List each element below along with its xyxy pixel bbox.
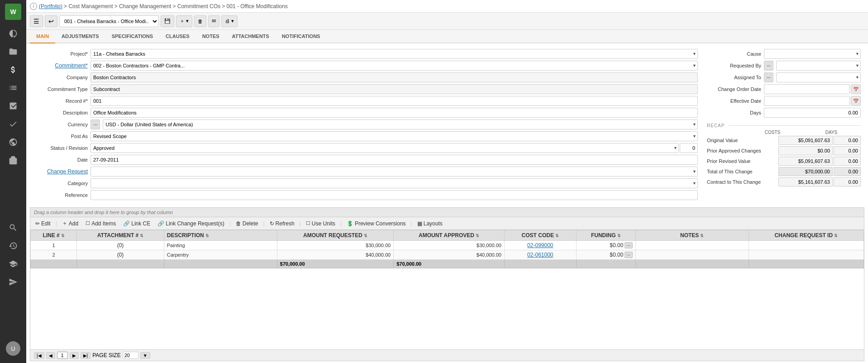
assigned-to-dots-btn[interactable]: ··· xyxy=(764,72,773,82)
category-select[interactable] xyxy=(91,178,698,188)
grid-refresh-btn[interactable]: ↻ Refresh xyxy=(267,220,297,228)
grid-link-ce-btn[interactable]: 🔗 Link CE xyxy=(121,220,153,228)
first-page-btn[interactable]: |◀ xyxy=(34,352,44,359)
page-size-dropdown-btn[interactable]: ▼ xyxy=(140,352,150,359)
currency-label: Currency xyxy=(33,122,88,127)
currency-select[interactable]: USD - Dollar (United States of America) xyxy=(103,119,698,129)
revision-input[interactable] xyxy=(680,143,698,153)
row-1-funding-dots-btn[interactable]: ··· xyxy=(625,242,633,248)
sidebar-learn[interactable] xyxy=(4,256,22,272)
tab-clauses[interactable]: CLAUSES xyxy=(159,30,196,43)
record-selector[interactable]: 001 - Chelsea Barracks - Office Modi... xyxy=(59,15,159,27)
description-sort-icon[interactable]: ⇅ xyxy=(205,234,209,238)
project-select[interactable]: 11a - Chelsea Barracks xyxy=(91,49,698,59)
grid-use-units-btn[interactable]: ☐ Use Units xyxy=(304,220,338,228)
amount-requested-sort-icon[interactable]: ⇅ xyxy=(364,234,367,238)
sidebar-item-projects[interactable] xyxy=(4,43,22,60)
prev-page-btn[interactable]: ◀ xyxy=(46,352,55,359)
sidebar-item-approval[interactable] xyxy=(4,116,22,132)
email-button[interactable]: ✉ xyxy=(208,15,219,27)
add-button[interactable]: ＋ ▾ xyxy=(176,15,192,27)
save-button[interactable]: 💾 xyxy=(161,15,174,27)
grid-add-items-btn[interactable]: ☐ Add Items xyxy=(83,220,118,228)
row-2-cost-code-link[interactable]: 02-061000 xyxy=(527,252,553,258)
sidebar-item-lists[interactable] xyxy=(4,80,22,96)
company-label: Company xyxy=(33,75,88,80)
page-size-input[interactable] xyxy=(123,352,138,359)
reference-input[interactable] xyxy=(91,190,698,200)
table-header-row: LINE # ⇅ ATTACHMENT # ⇅ DESCRIPTION ⇅ xyxy=(31,230,864,241)
tab-notifications[interactable]: NOTIFICATIONS xyxy=(276,30,327,43)
print-button[interactable]: 🖨 ▾ xyxy=(221,15,238,27)
line-no-sort-icon[interactable]: ⇅ xyxy=(61,234,65,238)
date-input[interactable] xyxy=(91,155,698,165)
recap-row-label-1: Prior Approved Changes xyxy=(707,148,778,153)
grid-container: Drag a column header and drop it here to… xyxy=(30,207,864,361)
assigned-to-select[interactable] xyxy=(776,72,861,82)
notes-sort-icon[interactable]: ⇅ xyxy=(700,234,704,238)
grid-link-change-btn[interactable]: 🔗 Link Change Request(s) xyxy=(155,220,226,228)
tab-specifications[interactable]: SPECIFICATIONS xyxy=(105,30,159,43)
recap-cols-header: COSTS DAYS xyxy=(707,130,861,135)
next-page-btn[interactable]: ▶ xyxy=(70,352,79,359)
tab-notes[interactable]: NOTES xyxy=(196,30,226,43)
cause-select-wrapper: ▼ xyxy=(764,49,861,59)
grid-layouts-btn[interactable]: ▦ Layouts xyxy=(415,220,445,228)
undo-button[interactable]: ↩ xyxy=(45,15,57,27)
page-size-label: PAGE SIZE xyxy=(92,352,120,358)
commitment-link[interactable]: Commitment* xyxy=(55,62,88,69)
sidebar-item-cost[interactable] xyxy=(4,62,22,78)
sidebar-history[interactable] xyxy=(4,238,22,254)
row-2-funding-dots-btn[interactable]: ··· xyxy=(625,252,633,258)
table-row[interactable]: 2 (0) Carpentry $40,000.00 $40,000.00 02… xyxy=(31,250,864,260)
record-input[interactable] xyxy=(91,96,698,106)
funding-sort-icon[interactable]: ⇅ xyxy=(617,234,621,238)
days-input[interactable] xyxy=(764,108,861,118)
tab-attachments[interactable]: ATTACHMENTS xyxy=(226,30,276,43)
breadcrumb-portfolio[interactable]: (Portfolio) xyxy=(39,3,62,10)
change-request-link[interactable]: Change Request xyxy=(47,168,88,175)
effective-date-input[interactable] xyxy=(764,96,850,106)
table-row[interactable]: 1 (0) Painting $30,000.00 $30,000.00 02-… xyxy=(31,241,864,250)
status-select-wrapper: Approved ▼ xyxy=(91,143,698,153)
recap-days-1: 0.00 xyxy=(834,146,861,155)
sidebar-item-globe[interactable] xyxy=(4,134,22,150)
sidebar-search[interactable] xyxy=(4,220,22,236)
description-input[interactable] xyxy=(91,108,698,118)
currency-dots-btn[interactable]: ··· xyxy=(91,119,100,129)
table-footer-row: $70,000.00 $70,000.00 xyxy=(31,260,864,268)
last-page-btn[interactable]: ▶| xyxy=(81,352,91,359)
change-order-date-input[interactable] xyxy=(764,84,850,94)
commitment-select[interactable]: 002 - Boston Contractors - GMP Contra... xyxy=(91,61,698,71)
effective-date-calendar-btn[interactable]: 📅 xyxy=(851,96,861,106)
sidebar-send[interactable] xyxy=(4,274,22,290)
attachments-sort-icon[interactable]: ⇅ xyxy=(140,234,143,238)
cause-select[interactable] xyxy=(764,49,861,59)
grid-delete-btn[interactable]: 🗑 Delete xyxy=(234,220,261,228)
sidebar-item-home[interactable] xyxy=(4,25,22,42)
user-avatar[interactable]: U xyxy=(6,341,20,356)
requested-by-dots-btn[interactable]: ··· xyxy=(764,61,773,71)
tab-main[interactable]: MAIN xyxy=(30,30,55,43)
hamburger-button[interactable]: ☰ xyxy=(30,15,43,27)
requested-by-select[interactable] xyxy=(776,61,861,71)
change-request-select[interactable] xyxy=(91,167,698,177)
change-order-date-calendar-btn[interactable]: 📅 xyxy=(851,84,861,94)
grid-add-btn[interactable]: ＋ Add xyxy=(60,219,81,228)
tab-adjustments[interactable]: ADJUSTMENTS xyxy=(55,30,105,43)
amount-approved-sort-icon[interactable]: ⇅ xyxy=(476,234,479,238)
category-row: Category ▼ xyxy=(33,178,698,188)
row-1-cost-code-link[interactable]: 02-099000 xyxy=(527,242,553,248)
sidebar-item-portfolio[interactable] xyxy=(4,152,22,168)
change-request-id-sort-icon[interactable]: ⇅ xyxy=(834,234,838,238)
status-select[interactable]: Approved xyxy=(91,143,679,153)
info-icon[interactable]: i xyxy=(30,3,37,10)
grid-edit-btn[interactable]: ✏ Edit xyxy=(33,220,53,228)
current-page-input[interactable] xyxy=(57,352,68,359)
delete-button[interactable]: 🗑 xyxy=(194,15,206,27)
app-logo[interactable]: W xyxy=(5,4,21,20)
cost-code-sort-icon[interactable]: ⇅ xyxy=(555,234,559,238)
post-as-select[interactable]: Revised Scope xyxy=(91,131,698,141)
grid-preview-conversions-btn[interactable]: 💲 Preview Conversions xyxy=(344,220,408,228)
sidebar-item-reports[interactable] xyxy=(4,98,22,114)
